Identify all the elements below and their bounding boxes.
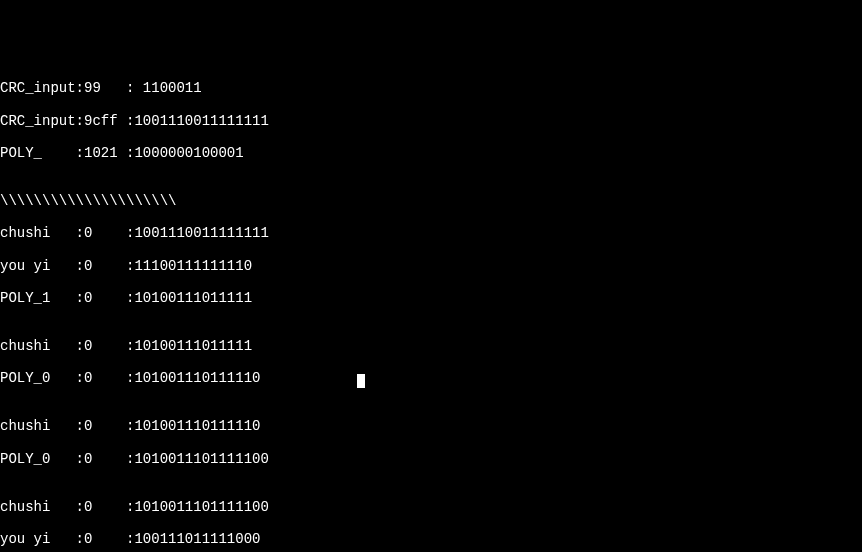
output-line: you yi :0 :11100111111110 [0, 258, 862, 274]
output-line: POLY_0 :0 :101001110111110 [0, 370, 862, 386]
output-line: POLY_1 :0 :10100111011111 [0, 290, 862, 306]
output-line: you yi :0 :100111011111000 [0, 531, 862, 547]
output-line: POLY_ :1021 :1000000100001 [0, 145, 862, 161]
output-line: \\\\\\\\\\\\\\\\\\\\\ [0, 193, 862, 209]
output-line: chushi :0 :101001110111110 [0, 418, 862, 434]
terminal-output: CRC_input:99 : 1100011 CRC_input:9cff :1… [0, 64, 862, 552]
terminal-cursor [357, 374, 365, 388]
output-line: POLY_0 :0 :1010011101111100 [0, 451, 862, 467]
output-line: chushi :0 :10100111011111 [0, 338, 862, 354]
output-line: chushi :0 :1001110011111111 [0, 225, 862, 241]
output-line: CRC_input:99 : 1100011 [0, 80, 862, 96]
output-line: chushi :0 :1010011101111100 [0, 499, 862, 515]
output-line: CRC_input:9cff :1001110011111111 [0, 113, 862, 129]
